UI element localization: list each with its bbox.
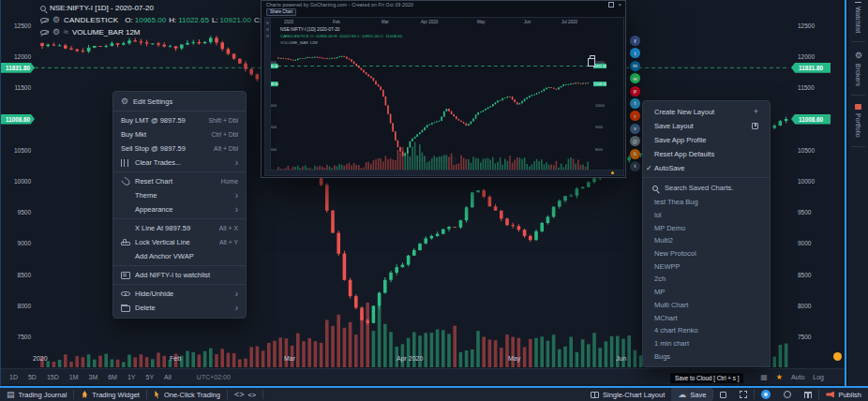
menu-item-reset-app-defaults[interactable]: Reset App Defaults: [643, 147, 770, 161]
saved-chart-1-min-chart[interactable]: 1 min chart: [643, 337, 770, 350]
sidebar-tab-watchlist[interactable]: Watchlist: [855, 0, 861, 41]
price-tick: 8000: [18, 303, 31, 309]
menu-item-theme[interactable]: Theme›: [113, 188, 246, 202]
preview-close-icon[interactable]: ×: [618, 2, 621, 7]
share-chart-preview-window[interactable]: Charts powered by GoCharting.com - Creat…: [261, 0, 626, 178]
menu-item-delete[interactable]: Delete›: [113, 301, 246, 315]
menu-item-label: Buy Mkt: [121, 130, 206, 139]
timezone-label[interactable]: UTC+02:00: [197, 374, 231, 380]
save-button[interactable]: ☁Save: [671, 388, 712, 401]
range-1d[interactable]: 1D: [9, 374, 18, 380]
share-twitter-icon[interactable]: t: [630, 48, 640, 58]
menu-item-hide-unhide[interactable]: Hide/Unhide›: [113, 287, 246, 301]
trash-icon: [121, 305, 130, 312]
menu-item-save-app-profile[interactable]: Save App Profile: [643, 133, 770, 147]
range-15d[interactable]: 15D: [47, 374, 59, 380]
menu-item-edit-settings[interactable]: ⚙Edit Settings: [113, 95, 246, 109]
submenu-arrow-icon: ›: [235, 192, 238, 200]
bank-button[interactable]: [798, 388, 818, 401]
ring-button[interactable]: [777, 388, 798, 401]
sidebar-tab-brokers[interactable]: ⚙Brokers: [854, 42, 862, 95]
saved-charts-search[interactable]: Search Saved Charts.: [643, 180, 770, 196]
price-tick: 12500: [798, 22, 815, 29]
share-linkedin-icon[interactable]: in: [630, 61, 640, 71]
saved-chart-2ch[interactable]: 2ch: [643, 273, 770, 286]
auto-scale-toggle[interactable]: Auto: [791, 374, 804, 380]
hide-volume-icon[interactable]: [40, 30, 49, 36]
preview-time-label: Jun: [524, 20, 531, 24]
share-email-icon[interactable]: @: [630, 136, 640, 146]
share-telegram-icon[interactable]: t: [630, 98, 640, 109]
saved-chart-multi2[interactable]: Multi2: [643, 234, 770, 247]
menu-item-lock-vertical-line[interactable]: Lock Vertical LineAlt + Y: [113, 235, 246, 249]
share-tumblr-icon[interactable]: t: [630, 161, 640, 171]
hide-study-icon[interactable]: [40, 18, 49, 23]
trading-widget-button[interactable]: Trading Widget: [74, 388, 146, 401]
one-click-trading-button[interactable]: One-Click Trading: [147, 388, 227, 401]
menu-item-create-new-layout[interactable]: Create New Layout+: [643, 105, 770, 119]
menu-item-appearance[interactable]: Appearance›: [113, 202, 246, 216]
publish-button[interactable]: Publish: [819, 388, 868, 401]
zoom-icon[interactable]: [40, 6, 46, 11]
range-1y[interactable]: 1Y: [127, 374, 136, 380]
share-whatsapp-icon[interactable]: w: [630, 73, 640, 83]
grid-settings-icon[interactable]: ▦: [760, 373, 768, 381]
range-1m[interactable]: 1M: [69, 374, 79, 380]
share-pinterest-icon[interactable]: p: [630, 86, 640, 97]
saved-chart-multi-chart[interactable]: Multi Chart: [643, 299, 770, 312]
menu-item-save-layout[interactable]: Save Layout: [643, 119, 770, 133]
preview-tab[interactable]: Share Chart: [266, 8, 296, 16]
bottom-toolbar: ▤Trading JournalTrading WidgetOne-Click …: [0, 386, 868, 401]
menu-item-clear-trades[interactable]: Clear Trades...›: [113, 156, 246, 170]
saved-chart-mchart[interactable]: MChart: [643, 311, 770, 324]
saved-chart-mp[interactable]: MP: [643, 286, 770, 299]
menu-item-reset-chart[interactable]: Reset ChartHome: [113, 174, 246, 188]
share-blogger-icon[interactable]: b: [630, 149, 640, 159]
-button[interactable]: <><>: [228, 388, 262, 401]
range-5d[interactable]: 5D: [28, 374, 37, 380]
saved-chart-mp-demo[interactable]: MP Demo: [643, 221, 770, 234]
menu-item-buy-lmt-9897-59[interactable]: Buy LMT @ 9897.59Shift + Dbl: [113, 113, 246, 127]
trading-journal-button[interactable]: ▤Trading Journal: [0, 388, 73, 401]
menu-item-label: Reset Chart: [135, 177, 217, 186]
notification-dot[interactable]: [833, 352, 842, 361]
menu-item-buy-mkt[interactable]: Buy MktCtrl + Dbl: [113, 127, 246, 141]
price-tick: 12500: [14, 22, 31, 29]
candlestick-study-row[interactable]: ⚙ CANDLESTICK O:10965.00H:11022.65L:1092…: [40, 16, 294, 24]
saved-chart-lol[interactable]: lol: [643, 209, 770, 222]
menu-item-add-anchor-vwap[interactable]: Add Anchor VWAP: [113, 249, 246, 263]
expand-button[interactable]: [733, 388, 754, 401]
camera-button[interactable]: [755, 388, 777, 401]
copy-icon[interactable]: [590, 55, 595, 62]
study-settings-gear-icon[interactable]: ⚙: [52, 16, 60, 24]
price-axis-right[interactable]: 1250012000115001050010000950090008500800…: [791, 0, 846, 369]
price-tag-upper-right: 11831.80: [791, 63, 831, 73]
preview-popout-icon[interactable]: [608, 2, 614, 7]
saved-chart-test-thea-bug[interactable]: test Thea Bug: [643, 196, 770, 209]
range-3m[interactable]: 3M: [88, 374, 97, 380]
single-chart-layout-button[interactable]: Single-Chart Layout: [584, 388, 671, 401]
saved-chart-new-protocol[interactable]: New Protocol: [643, 247, 770, 260]
share-reddit-icon[interactable]: r: [630, 111, 640, 121]
range-5y[interactable]: 5Y: [146, 374, 155, 380]
favorite-star-icon[interactable]: ★: [776, 373, 783, 381]
square-button[interactable]: [713, 388, 733, 401]
price-axis-left[interactable]: 1250012000115001050010000950090008500800…: [1, 0, 35, 369]
button-label: Save: [690, 391, 706, 399]
menu-item-autosave[interactable]: ✓AutoSave: [643, 161, 770, 175]
menu-item-x-line-at-9897-59[interactable]: X Line At 9897.59Alt + X: [113, 221, 246, 235]
log-scale-toggle[interactable]: Log: [813, 374, 824, 380]
volume-study-row[interactable]: ⚙ ≈ VOLUME_BAR 12M: [40, 28, 294, 37]
saved-chart-newpp[interactable]: NEWPP: [643, 260, 770, 273]
saved-chart-bugs[interactable]: Bugs: [643, 349, 770, 363]
range-6m[interactable]: 6M: [108, 374, 117, 380]
sidebar-tab-portfolio[interactable]: Portfolio: [855, 96, 861, 146]
menu-separator: [643, 177, 770, 178]
share-facebook-icon[interactable]: f: [630, 36, 640, 46]
share-vk-icon[interactable]: v: [630, 124, 640, 134]
range-all[interactable]: All: [164, 374, 172, 380]
saved-chart-4-chart-renko[interactable]: 4 chart Renko: [643, 324, 770, 337]
menu-item-add-nifty-i-to-watchlist[interactable]: Add NIFTY-I to watchlist: [113, 268, 246, 282]
volume-settings-gear-icon[interactable]: ⚙: [52, 28, 60, 37]
menu-item-sell-stop-9897-59[interactable]: Sell Stop @ 9897.59Alt + Dbl: [113, 141, 246, 156]
